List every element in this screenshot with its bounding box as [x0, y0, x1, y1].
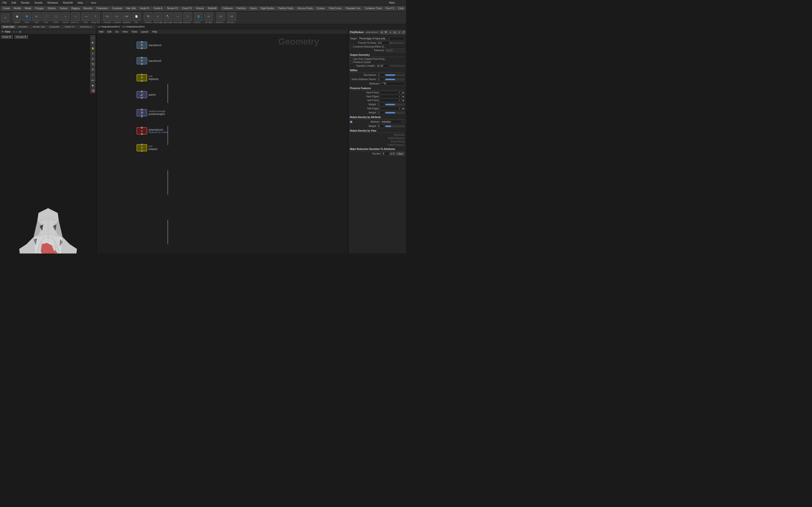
tb-pyrofx[interactable]: Pyro FX [384, 6, 396, 10]
tool-lsystem[interactable]: LS [113, 12, 121, 21]
vc-pan[interactable]: ✋ [90, 46, 95, 51]
menu-assets[interactable]: Assets [34, 1, 44, 5]
tb-populatecon[interactable]: Populate Con. [344, 6, 363, 10]
percent-to-keep-input[interactable] [377, 41, 389, 45]
clear-button[interactable]: Clear [396, 152, 405, 156]
vc-grid[interactable]: ⊞ [90, 67, 95, 72]
node-transform4[interactable]: ⟳ transform4 [137, 42, 161, 49]
soft-points-weight-input[interactable] [377, 103, 384, 106]
vm-tab-scene[interactable]: Scene View [1, 25, 16, 29]
retain-density-attr-cb[interactable]: ✓ [350, 121, 352, 123]
viewport-icon3[interactable]: ⊞ [19, 31, 21, 33]
target-value[interactable]: Percentage of input poly... ▼ [358, 37, 405, 40]
number-down[interactable]: ▼ [393, 152, 395, 156]
tool-gi-light[interactable]: GI [204, 12, 213, 21]
node-transform4-box[interactable]: ⟳ [137, 42, 147, 49]
tool-line[interactable]: ╱ [42, 12, 51, 21]
boundaries-input[interactable] [377, 73, 384, 77]
tool-spot-light[interactable]: 🔦 [164, 12, 172, 21]
soft-edges-dropdown[interactable]: ▼ [380, 107, 402, 110]
node-menu-tools[interactable]: Tools [131, 30, 138, 33]
tool-grid[interactable]: ⊞ [32, 12, 41, 21]
tool-select[interactable]: ● [1, 13, 10, 22]
node-menu-add[interactable]: Add [98, 30, 104, 33]
viewport-icon1[interactable]: ⊹ [13, 31, 15, 33]
tb-rigidbodies[interactable]: Rigid Bodies [259, 6, 276, 10]
tb-volume[interactable]: Volume [194, 6, 205, 10]
tool-area-light[interactable]: ▭ [173, 12, 182, 21]
menu-file[interactable]: File [1, 1, 8, 5]
tool-point-light[interactable]: ✦ [154, 12, 162, 21]
tool-curve[interactable]: ∿ [61, 12, 70, 21]
node-menu-layout[interactable]: Layout [140, 30, 149, 33]
tool-circle[interactable]: ◯ [51, 12, 60, 21]
tb-model[interactable]: Model [23, 6, 33, 10]
number-up[interactable]: ▲ [390, 152, 392, 156]
tb-cloth[interactable]: Cloth [396, 6, 405, 10]
tb-containertools[interactable]: Container Tools [363, 6, 383, 10]
node-paint1[interactable]: 🖌 paint1 [137, 91, 156, 98]
menu-windows[interactable]: Windows [46, 1, 59, 5]
tb-muscles[interactable]: Muscles [82, 6, 94, 10]
hard-points-right-arrow[interactable]: ▶ [403, 91, 405, 94]
node-transform5[interactable]: ⟳ transform5 [137, 57, 161, 64]
tool-metaball[interactable]: MB [122, 12, 131, 21]
soft-points-right-arrow[interactable]: ▶ [403, 99, 405, 102]
menu-help[interactable]: Help [77, 1, 84, 5]
weight-attr-input[interactable] [377, 124, 384, 128]
menu-redshift[interactable]: Redshift [62, 1, 73, 5]
tolerance-input[interactable] [385, 49, 405, 52]
tb-guidepr[interactable]: Guide Pr. [138, 6, 152, 10]
persp-button[interactable]: Persp ▼ [1, 35, 13, 39]
tb-fluidconta[interactable]: Fluid Conta. [327, 6, 344, 10]
tb-characters[interactable]: Characters [95, 6, 110, 10]
tool-photonic[interactable]: PG [103, 12, 112, 21]
node-menu-help[interactable]: Help [151, 30, 158, 33]
tb-terrainfx[interactable]: Terrain FX [165, 6, 180, 10]
node-highpoly-box[interactable]: ✕ [137, 74, 147, 81]
node-menu-go[interactable]: Go [114, 30, 119, 33]
tb-modify[interactable]: Modify [12, 6, 22, 10]
node-pointwrangle1[interactable]: ⚙ Attribute Wrangle pointwrangle1 [137, 109, 165, 116]
hard-edges-dropdown[interactable]: ▼ [380, 95, 402, 98]
attributes-input[interactable] [380, 82, 405, 86]
soft-points-weight-slider[interactable] [385, 104, 405, 106]
tool-stereo-camera[interactable]: SC [216, 12, 225, 21]
tb-redshift[interactable]: Redshift [206, 6, 218, 10]
rp-search-icon[interactable]: 🔍 [384, 31, 388, 34]
preserve-quads-cb[interactable] [350, 61, 352, 63]
tool-vr-camera[interactable]: VR [227, 12, 236, 21]
vm-tab-anim[interactable]: Animation... [16, 25, 31, 29]
node-pointwrangle1-box[interactable]: ⚙ [137, 109, 147, 116]
vertex-attr-seams-slider[interactable] [385, 78, 405, 80]
node-polyreduce1[interactable]: ● polyreduce1 Reduced To: 0.40% [137, 127, 167, 134]
tb-guidea[interactable]: Guide A. [152, 6, 164, 10]
node-menu-edit[interactable]: Edit [106, 30, 112, 33]
vc-home[interactable]: ⌂ [90, 35, 95, 40]
tb-particles[interactable]: Particles [235, 6, 248, 10]
node-menu-view[interactable]: View [121, 30, 129, 33]
tool-file[interactable]: 📄 [132, 12, 141, 21]
soft-points-dropdown[interactable]: ▼ [380, 99, 402, 102]
tool-spray[interactable]: ⠿ [91, 12, 100, 21]
hard-edges-right-arrow[interactable]: ▶ [403, 95, 405, 98]
vm-tab-geoS[interactable]: Geometry S... [78, 25, 95, 29]
tool-camera[interactable]: 📷 [144, 12, 152, 21]
tool-path[interactable]: ⟿ [82, 12, 90, 21]
percent-to-keep-slider[interactable] [390, 42, 405, 44]
tool-sphere[interactable]: ⬤ [13, 12, 21, 21]
soft-edges-weight-input[interactable] [377, 111, 384, 114]
tb-constrain[interactable]: Constrain [110, 6, 124, 10]
vc-display[interactable]: ◉ [90, 83, 95, 88]
tool-drawcurve[interactable]: ✏ [71, 12, 80, 21]
rp-grid-icon[interactable]: ⊞ [393, 31, 397, 34]
vc-abc[interactable]: abc [90, 78, 95, 82]
rp-pin-icon[interactable]: 📌 [402, 31, 406, 34]
vertex-attr-seams-input[interactable] [377, 77, 384, 81]
node-lowpoly-box[interactable]: ✕ [137, 144, 147, 151]
tb-create[interactable]: Create [1, 6, 12, 10]
tb-hairutils[interactable]: Hair Utils [124, 6, 138, 10]
vm-tab-render[interactable]: Render View [31, 25, 47, 29]
equalize-lengths-slider[interactable] [390, 65, 405, 67]
hard-points-dropdown[interactable]: ▼ [380, 91, 402, 94]
